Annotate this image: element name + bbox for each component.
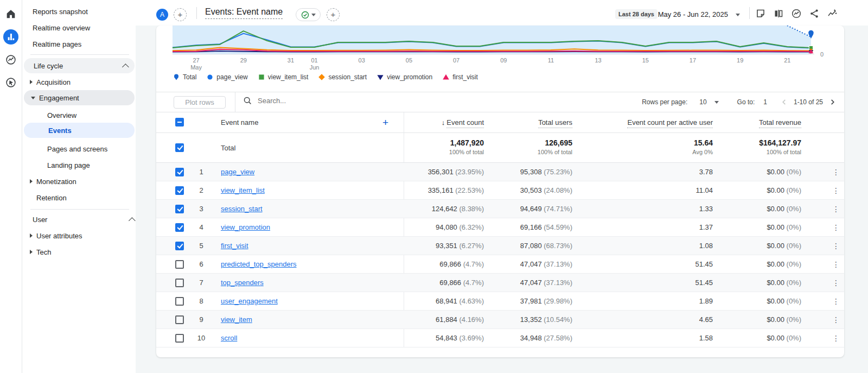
events-line-chart[interactable]: 27May293101Jun030507091113151719210 — [156, 26, 844, 73]
total-users-cell: 47,047 (37.13%) — [520, 255, 572, 274]
sidebar-item-tech[interactable]: Tech — [23, 244, 136, 260]
add-comparison-button[interactable]: + — [174, 8, 187, 21]
row-checkbox[interactable] — [175, 334, 184, 343]
next-page-icon[interactable] — [829, 99, 835, 105]
sidebar-item-landing-page[interactable]: Landing page — [23, 157, 136, 173]
row-checkbox[interactable] — [175, 242, 184, 250]
profile-avatar[interactable]: A — [156, 9, 168, 21]
row-checkbox[interactable] — [175, 205, 184, 213]
sidebar-item-engagement[interactable]: Engagement — [24, 90, 135, 105]
sidebar-item-realtime-pages[interactable]: Realtime pages — [23, 36, 136, 52]
event-name-link[interactable]: view_item_list — [221, 181, 265, 200]
column-header-total-users[interactable]: Total users — [538, 118, 572, 127]
sidebar-item-realtime-overview[interactable]: Realtime overview — [23, 20, 136, 35]
row-menu-icon[interactable]: ⋮ — [831, 329, 841, 347]
event-count-cell: 69,866 (4.7%) — [439, 255, 484, 274]
sidebar-item-reports-snapshot[interactable]: Reports snapshot — [23, 4, 136, 19]
event-count-cell: 335,161 (22.53%) — [428, 181, 484, 200]
event-name-link[interactable]: session_start — [221, 200, 263, 218]
column-header-event-count-per-active-user[interactable]: Event count per active user — [627, 118, 713, 127]
row-menu-icon[interactable]: ⋮ — [831, 218, 841, 237]
per-active-user-cell: 1.33 — [699, 200, 713, 218]
sidebar-item-overview[interactable]: Overview — [23, 108, 136, 123]
event-count-cell: 61,884 (4.16%) — [436, 311, 484, 329]
svg-text:0: 0 — [820, 51, 824, 58]
per-active-user-cell: 11.04 — [695, 181, 713, 200]
column-header-event-count[interactable]: ↓Event count — [442, 118, 484, 127]
row-menu-icon[interactable]: ⋮ — [831, 237, 841, 255]
share-icon[interactable] — [809, 8, 820, 19]
chevron-down-icon[interactable] — [714, 101, 719, 104]
goto-page-value[interactable]: 1 — [763, 98, 767, 106]
date-range-selector[interactable]: May 26 - Jun 22, 2025 — [658, 10, 728, 18]
sidebar-item-user-attributes[interactable]: User attributes — [23, 228, 136, 243]
previous-page-icon[interactable] — [781, 99, 787, 105]
explore-icon[interactable] — [3, 52, 18, 67]
home-icon[interactable] — [3, 7, 18, 22]
sidebar-item-retention[interactable]: Retention — [23, 190, 136, 205]
legend-marker-icon — [173, 73, 180, 81]
totals-checkbox[interactable] — [175, 143, 184, 152]
select-all-checkbox[interactable] — [175, 118, 184, 127]
total-users-cell: 87,080 (68.73%) — [520, 237, 572, 255]
add-column-icon[interactable]: + — [382, 117, 388, 129]
insights-icon[interactable] — [791, 8, 802, 19]
row-checkbox[interactable] — [175, 279, 184, 287]
event-count-cell: 93,351 (6.27%) — [436, 237, 484, 255]
event-name-link[interactable]: scroll — [221, 329, 237, 347]
event-name-link[interactable]: predicted_top_spenders — [221, 255, 297, 274]
table-row: 8 user_engagement 68,941 (4.63%) 37,981 … — [156, 292, 844, 311]
sidebar-item-events[interactable]: Events — [24, 123, 135, 138]
note-icon[interactable] — [755, 8, 766, 19]
report-title[interactable]: Events: Event name — [205, 7, 283, 19]
sidebar-item-acquisition[interactable]: Acquisition — [23, 74, 136, 90]
rows-per-page-value[interactable]: 10 — [699, 98, 706, 106]
add-report-button[interactable]: + — [327, 8, 340, 21]
event-name-link[interactable]: first_visit — [221, 237, 248, 255]
plot-rows-button[interactable]: Plot rows — [174, 96, 226, 109]
event-name-link[interactable]: user_engagement — [221, 292, 278, 311]
row-checkbox[interactable] — [175, 223, 184, 232]
per-active-user-cell: 1.37 — [699, 218, 713, 237]
advertising-icon[interactable] — [3, 75, 18, 90]
event-name-link[interactable]: view_item — [221, 311, 252, 329]
row-rank: 5 — [194, 237, 208, 255]
sidebar-section-user[interactable]: User — [23, 212, 136, 227]
search-input[interactable] — [258, 97, 420, 105]
column-header-total-revenue[interactable]: Total revenue — [759, 118, 801, 127]
row-menu-icon[interactable]: ⋮ — [831, 181, 841, 200]
report-status-button[interactable] — [296, 8, 321, 21]
sidebar-section-life-cycle[interactable]: Life cycle — [24, 58, 135, 73]
row-menu-icon[interactable]: ⋮ — [831, 255, 841, 274]
event-count-cell: 124,642 (8.38%) — [432, 200, 484, 218]
row-menu-icon[interactable]: ⋮ — [831, 292, 841, 311]
row-checkbox[interactable] — [175, 315, 184, 324]
trends-icon[interactable] — [827, 8, 838, 19]
legend-label: first_visit — [452, 73, 478, 81]
event-name-link[interactable]: page_view — [221, 163, 254, 181]
svg-text:31: 31 — [288, 57, 294, 64]
comparison-icon[interactable] — [773, 8, 784, 19]
row-menu-icon[interactable]: ⋮ — [831, 274, 841, 292]
table-row: 4 view_promotion 94,080 (6.32%) 69,166 (… — [156, 218, 844, 237]
column-header-event-name[interactable]: Event name — [221, 118, 258, 127]
row-menu-icon[interactable]: ⋮ — [831, 311, 841, 329]
event-name-link[interactable]: view_promotion — [221, 218, 270, 237]
event-count-cell: 54,843 (3.69%) — [436, 329, 484, 347]
row-checkbox[interactable] — [175, 168, 184, 176]
sidebar-item-pages-and-screens[interactable]: Pages and screens — [23, 141, 136, 156]
per-active-user-cell: 1.08 — [699, 237, 713, 255]
row-menu-icon[interactable]: ⋮ — [831, 200, 841, 218]
chevron-down-icon — [311, 14, 316, 16]
row-checkbox[interactable] — [175, 186, 184, 195]
reports-icon[interactable] — [3, 29, 18, 45]
sidebar-item-monetization[interactable]: Monetization — [23, 174, 136, 189]
event-name-link[interactable]: top_spenders — [221, 274, 264, 292]
total-users-cell: 94,649 (74.71%) — [520, 200, 572, 218]
report-nav-sidebar: Reports snapshot Realtime overview Realt… — [23, 0, 136, 373]
row-checkbox[interactable] — [175, 260, 184, 269]
row-menu-icon[interactable]: ⋮ — [831, 163, 841, 181]
row-rank: 7 — [194, 274, 208, 292]
row-checkbox[interactable] — [175, 297, 184, 306]
svg-text:09: 09 — [500, 57, 507, 64]
